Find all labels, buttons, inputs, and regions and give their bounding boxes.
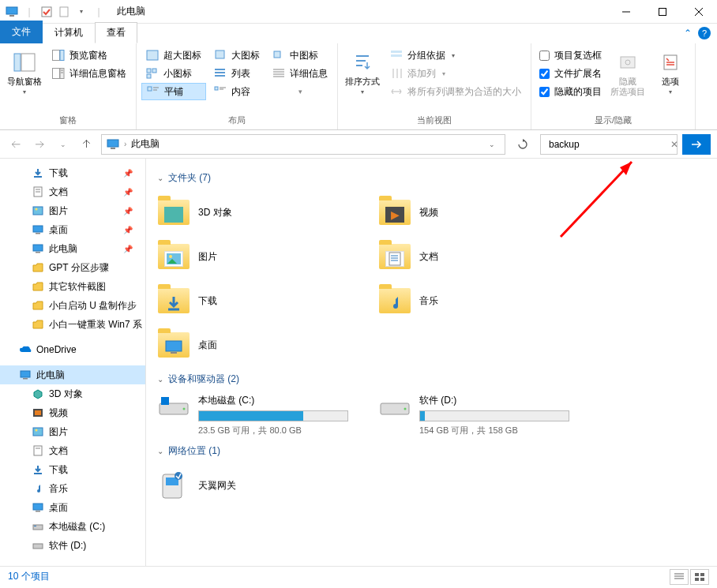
- maximize-button[interactable]: [644, 0, 681, 24]
- tree-other-soft[interactable]: 其它软件截图: [0, 277, 145, 296]
- view-details-button[interactable]: [670, 569, 689, 585]
- qat-blank-icon[interactable]: [57, 5, 71, 19]
- tree-xiaobai-u[interactable]: 小白启动 U 盘制作步: [0, 296, 145, 315]
- tree-xiaobai-win7[interactable]: 小白一键重装 Win7 系: [0, 315, 145, 334]
- navigation-tree[interactable]: 下载📌 文档📌 图片📌 桌面📌 此电脑📌 GPT 分区步骤 其它软件截图 小白启…: [0, 159, 146, 566]
- tree-3d[interactable]: 3D 对象: [0, 384, 145, 403]
- tree-music[interactable]: 音乐: [0, 479, 145, 498]
- item-count: 10 个项目: [8, 570, 50, 583]
- qat-sep: |: [22, 5, 36, 19]
- layout-small[interactable]: 小图标: [141, 65, 206, 82]
- tree-downloads2[interactable]: 下载: [0, 460, 145, 479]
- tree-documents[interactable]: 文档📌: [0, 182, 145, 201]
- chevron-down-icon: ⌄: [157, 174, 163, 182]
- tree-videos[interactable]: 视频: [0, 403, 145, 422]
- tree-thispc[interactable]: 此电脑: [0, 365, 145, 384]
- qat-checkbox-icon[interactable]: [39, 5, 54, 19]
- refresh-button[interactable]: [510, 134, 535, 155]
- sort-button[interactable]: 排序方式 ▾: [343, 47, 382, 113]
- group-by-button[interactable]: 分组依据▾: [385, 47, 526, 64]
- tree-gpt[interactable]: GPT 分区步骤: [0, 258, 145, 277]
- tab-computer[interactable]: 计算机: [43, 22, 95, 43]
- hide-selected-button[interactable]: 隐藏 所选项目: [608, 47, 648, 113]
- address-location[interactable]: 此电脑: [131, 137, 160, 151]
- help-icon[interactable]: ?: [698, 27, 711, 39]
- layout-large[interactable]: 大图标: [209, 47, 265, 64]
- size-columns-button[interactable]: 将所有列调整为合适的大小: [385, 83, 526, 100]
- folder-videos[interactable]: ▶视频: [378, 193, 576, 232]
- preview-pane-button[interactable]: 预览窗格: [47, 47, 131, 64]
- pin-icon: 📌: [123, 226, 133, 234]
- options-button[interactable]: 选项 ▾: [651, 47, 690, 113]
- tree-desktop[interactable]: 桌面📌: [0, 220, 145, 239]
- search-input[interactable]: [549, 139, 667, 150]
- svg-rect-95: [700, 573, 704, 576]
- folder-desktop[interactable]: 桌面: [157, 325, 355, 365]
- hidden-items-toggle[interactable]: 隐藏的项目: [536, 83, 605, 100]
- svg-rect-8: [14, 54, 21, 71]
- svg-rect-66: [34, 446, 42, 455]
- svg-rect-3: [60, 7, 68, 17]
- qat-dropdown-icon[interactable]: ▾: [74, 5, 88, 19]
- layout-tiles[interactable]: 平铺: [141, 83, 206, 100]
- folder-music[interactable]: 音乐: [378, 281, 576, 320]
- tree-drive-c[interactable]: 本地磁盘 (C:): [0, 517, 145, 536]
- add-columns-button[interactable]: 添加列▾: [385, 65, 526, 82]
- section-network[interactable]: ⌄网络位置 (1): [157, 444, 706, 458]
- section-folders[interactable]: ⌄文件夹 (7): [157, 171, 706, 185]
- layout-list[interactable]: 列表: [209, 65, 265, 82]
- address-dropdown-icon[interactable]: ⌄: [484, 140, 500, 148]
- pin-icon: 📌: [123, 207, 133, 215]
- content-pane[interactable]: ⌄文件夹 (7) 3D 对象 ▶视频 图片 文档 下载 音乐 桌面 ⌄设备和驱动…: [146, 159, 717, 566]
- tree-thispc-quick[interactable]: 此电脑📌: [0, 239, 145, 258]
- network-gateway[interactable]: 天翼网关: [157, 466, 355, 505]
- svg-rect-59: [36, 252, 40, 253]
- svg-rect-47: [111, 148, 115, 149]
- recent-dropdown[interactable]: ⌄: [54, 135, 73, 154]
- layout-details[interactable]: 详细信息: [268, 65, 332, 82]
- drive-d[interactable]: 软件 (D:) 154 GB 可用，共 158 GB: [378, 394, 576, 436]
- tree-onedrive[interactable]: OneDrive: [0, 340, 145, 359]
- tree-downloads[interactable]: 下载📌: [0, 163, 145, 182]
- folder-3d[interactable]: 3D 对象: [157, 193, 355, 232]
- search-go-button[interactable]: [682, 134, 711, 155]
- up-button[interactable]: 🡡: [77, 135, 96, 154]
- svg-rect-84: [161, 397, 169, 405]
- tab-view[interactable]: 查看: [95, 22, 137, 43]
- show-hide-group-label: 显示/隐藏: [536, 113, 690, 129]
- tree-drive-d[interactable]: 软件 (D:): [0, 536, 145, 555]
- tree-documents2[interactable]: 文档: [0, 441, 145, 460]
- folder-downloads[interactable]: 下载: [157, 281, 355, 320]
- tree-pictures[interactable]: 图片📌: [0, 201, 145, 220]
- address-bar[interactable]: › 此电脑 ⌄: [101, 134, 505, 155]
- view-large-button[interactable]: [690, 569, 709, 585]
- section-devices[interactable]: ⌄设备和驱动器 (2): [157, 373, 706, 386]
- forward-button[interactable]: 🡢: [30, 135, 49, 154]
- tree-desktop2[interactable]: 桌面: [0, 498, 145, 517]
- collapse-ribbon-icon[interactable]: ⌃: [684, 28, 692, 39]
- main-area: 下载📌 文档📌 图片📌 桌面📌 此电脑📌 GPT 分区步骤 其它软件截图 小白启…: [0, 159, 717, 566]
- close-button[interactable]: [681, 0, 717, 24]
- svg-rect-12: [53, 69, 60, 79]
- folder-documents[interactable]: 文档: [378, 237, 576, 276]
- svg-rect-61: [23, 378, 28, 380]
- search-box[interactable]: ✕: [540, 134, 678, 155]
- details-pane-button[interactable]: 详细信息窗格: [47, 65, 131, 82]
- extensions-toggle[interactable]: 文件扩展名: [536, 65, 605, 82]
- drive-c[interactable]: 本地磁盘 (C:) 23.5 GB 可用，共 80.0 GB: [157, 394, 355, 436]
- clear-search-icon[interactable]: ✕: [670, 139, 678, 150]
- layout-medium[interactable]: 中图标: [268, 47, 332, 64]
- layout-content[interactable]: 内容: [209, 83, 265, 100]
- svg-rect-18: [152, 69, 156, 73]
- folder-pictures[interactable]: 图片: [157, 237, 355, 276]
- tab-file[interactable]: 文件: [0, 21, 43, 43]
- layout-scroll[interactable]: ▾: [268, 83, 332, 100]
- checkboxes-toggle[interactable]: 项目复选框: [536, 47, 605, 64]
- tree-pictures2[interactable]: 图片: [0, 422, 145, 441]
- svg-rect-0: [6, 7, 17, 14]
- svg-rect-58: [33, 245, 43, 251]
- minimize-button[interactable]: [608, 0, 644, 24]
- back-button[interactable]: 🡠: [6, 135, 25, 154]
- layout-extra-large[interactable]: 超大图标: [141, 47, 206, 64]
- nav-pane-button[interactable]: 导航窗格 ▾: [5, 47, 44, 113]
